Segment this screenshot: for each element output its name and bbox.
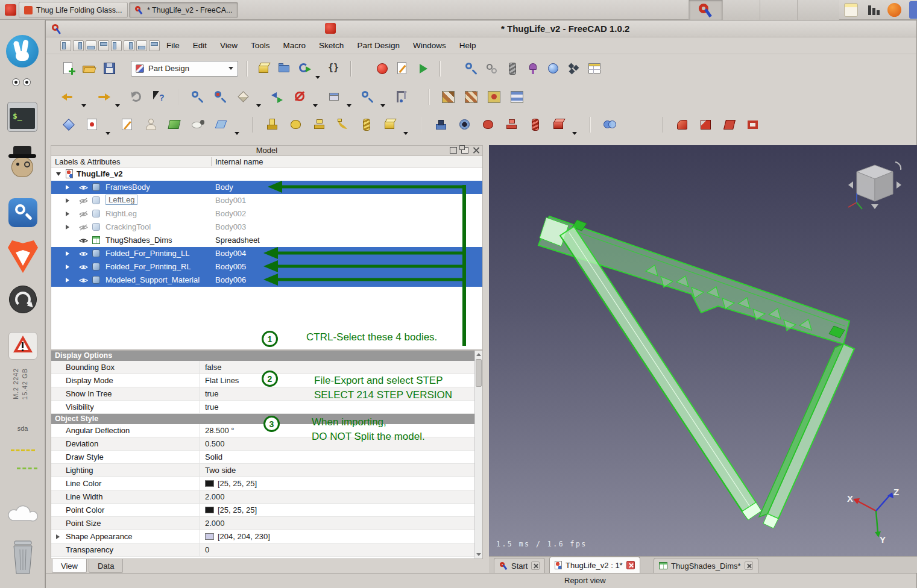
tab-thugshades-dims[interactable]: ThugShades_Dims* — [654, 558, 758, 573]
revolution-button[interactable] — [288, 117, 304, 133]
trash-icon[interactable] — [11, 540, 35, 576]
menu-partdesign[interactable]: Part Design — [350, 38, 406, 53]
panel-toggle-icon[interactable] — [136, 40, 147, 51]
tree-row-leftleg[interactable]: LeftLeg Body001 — [51, 194, 482, 207]
tree-row-folded-rl[interactable]: Folded_For_Printing_RL Body005 — [51, 260, 482, 274]
redo-button[interactable] — [95, 89, 110, 105]
menu-tools[interactable]: Tools — [244, 38, 277, 53]
thickness-button[interactable] — [745, 117, 761, 133]
notes-tray-icon[interactable] — [844, 3, 858, 17]
chevron-down-icon[interactable] — [256, 104, 261, 107]
additive-helix-button[interactable] — [359, 117, 374, 133]
brave-icon[interactable] — [8, 240, 38, 273]
search-icon[interactable] — [8, 198, 37, 227]
create-group-button[interactable] — [277, 61, 292, 77]
panel-toggle-icon[interactable] — [111, 40, 122, 51]
property-value[interactable]: 2.000 — [200, 490, 474, 503]
tree-row-folded-ll[interactable]: Folded_For_Printing_LL Body004 — [51, 247, 482, 260]
visibility-eye-off-icon[interactable] — [79, 211, 88, 217]
taskbar-empty-slot[interactable] — [760, 0, 797, 20]
export-button[interactable] — [297, 61, 313, 77]
panel-toggle-icon[interactable] — [149, 40, 160, 51]
tree-root-row[interactable]: ThugLife_v2 — [51, 167, 482, 181]
goblet-tool-button[interactable] — [525, 61, 541, 77]
expander-icon[interactable] — [66, 278, 69, 283]
close-icon[interactable] — [531, 561, 540, 570]
property-row[interactable]: Bounding Boxfalse — [51, 361, 474, 374]
property-value[interactable]: 0 — [200, 543, 474, 556]
hole-button[interactable] — [457, 117, 473, 133]
additive-pipe-button[interactable] — [335, 117, 351, 133]
expression-editor-button[interactable]: {} — [326, 61, 342, 77]
property-value[interactable]: Solid — [200, 451, 474, 463]
chevron-down-icon[interactable] — [106, 132, 110, 135]
zoom-fit-button[interactable] — [190, 89, 206, 105]
chevron-down-icon[interactable] — [347, 104, 351, 107]
panel-minimize-icon[interactable] — [450, 147, 457, 154]
tab-thuglife[interactable]: ThugLife_v2 : 1* — [549, 557, 640, 573]
additive-primitive-button[interactable] — [382, 117, 398, 133]
tab-data[interactable]: Data — [89, 559, 123, 573]
texture-button[interactable] — [464, 89, 479, 105]
whats-this-button[interactable]: ? — [151, 89, 167, 105]
window-titlebar[interactable]: * ThugLife_v2 - FreeCAD 1.0.2 — [46, 20, 916, 37]
expander-icon[interactable] — [66, 198, 69, 203]
menu-macro[interactable]: Macro — [277, 38, 313, 53]
menu-file[interactable]: File — [160, 38, 186, 53]
expander-icon[interactable] — [66, 185, 69, 190]
clipping-button[interactable] — [292, 89, 308, 105]
additive-loft-button[interactable] — [312, 117, 327, 133]
warning-icon[interactable] — [8, 332, 37, 360]
property-value[interactable]: false — [200, 361, 474, 374]
undo-button[interactable] — [61, 89, 77, 105]
macro-edit-button[interactable] — [395, 61, 411, 77]
property-row[interactable]: Point Size2.000 — [51, 517, 474, 530]
panel-toggle-icon[interactable] — [60, 40, 71, 51]
scrollbar-thumb[interactable] — [476, 359, 482, 387]
property-row[interactable]: Line Width2.000 — [51, 490, 474, 504]
expander-icon[interactable] — [56, 534, 60, 539]
signal-bars-icon[interactable] — [877, 10, 880, 15]
refresh-circle-icon[interactable] — [9, 286, 37, 313]
zoom-button[interactable] — [360, 89, 376, 105]
red-indicator-icon[interactable] — [325, 23, 336, 34]
tree-row-framesbody[interactable]: FramesBody Body — [51, 181, 482, 194]
tree-item-label[interactable]: LeftLeg — [106, 195, 137, 205]
expander-icon[interactable] — [66, 211, 69, 216]
texture-button[interactable] — [509, 89, 525, 105]
property-value[interactable]: [25, 25, 25] — [200, 504, 474, 516]
menu-sketch[interactable]: Sketch — [312, 38, 350, 53]
panel-toggle-icon[interactable] — [86, 40, 96, 51]
property-value[interactable]: 2.000 — [200, 517, 474, 530]
visibility-eye-icon[interactable] — [79, 184, 88, 191]
gem-button[interactable] — [61, 117, 77, 133]
chevron-down-icon[interactable] — [572, 132, 577, 135]
chevron-down-icon[interactable] — [81, 104, 86, 107]
scroll-up-icon[interactable] — [476, 353, 481, 356]
groove-button[interactable] — [481, 117, 496, 133]
property-row[interactable]: Visibilitytrue — [51, 401, 474, 414]
new-file-button[interactable] — [61, 61, 77, 77]
visibility-eye-off-icon[interactable] — [79, 224, 88, 231]
workbench-selector[interactable]: Part Design — [131, 61, 238, 77]
visibility-eye-icon[interactable] — [79, 277, 88, 284]
menu-help[interactable]: Help — [453, 38, 483, 53]
create-body-button[interactable] — [143, 117, 159, 133]
signal-bars-icon[interactable] — [872, 8, 875, 15]
cube-view-button[interactable] — [326, 89, 342, 105]
taskbar-window-browser[interactable]: Thug Life Folding Glass... — [19, 2, 128, 18]
macro-record-button[interactable] — [374, 61, 390, 77]
column-divider[interactable] — [211, 157, 212, 166]
sync-view-button[interactable] — [269, 89, 285, 105]
panel-toggle-icon[interactable] — [124, 40, 134, 51]
3d-viewport[interactable]: X Z Y 1.5 ms / 1.6 fps — [489, 145, 917, 556]
detective-icon[interactable] — [6, 146, 39, 181]
chevron-down-icon[interactable] — [115, 104, 120, 107]
taskbar-empty-slot[interactable] — [797, 0, 839, 20]
color-swatch[interactable] — [205, 533, 214, 540]
thread-tool-button[interactable] — [505, 61, 520, 77]
close-icon[interactable] — [745, 561, 753, 570]
color-swatch[interactable] — [205, 480, 214, 487]
visibility-eye-icon[interactable] — [79, 251, 88, 257]
chevron-down-icon[interactable] — [403, 132, 408, 135]
